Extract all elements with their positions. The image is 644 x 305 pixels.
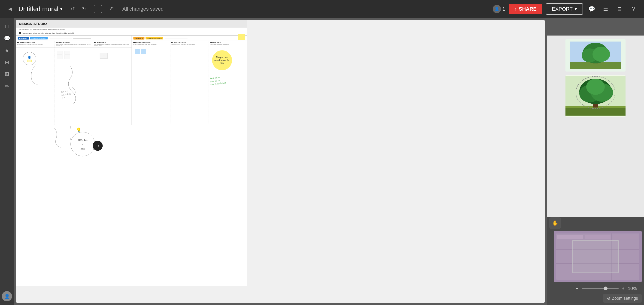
sticky-blue-1 [135, 49, 140, 54]
phase2-desc-r2: Sketch the idea or prototype in the spac… [172, 44, 208, 45]
list-button[interactable]: ⊟ [614, 4, 624, 14]
round2-badge: ROUND 2 [133, 37, 144, 39]
jim-eli-sue-circle: Jim, Eli/Sue [70, 132, 95, 156]
sidebar-item-templates[interactable]: ⊞ [2, 57, 12, 68]
comments-icon: 💬 [4, 35, 10, 41]
zoom-minus-button[interactable]: − [574, 286, 580, 291]
right-panel-images [547, 35, 644, 217]
left-sidebar: □ 💬 ★ ⊞ 🖼 ✏ 👤 [0, 18, 14, 305]
main-canvas[interactable]: DESIGN STUDIO Use this space: you want t… [14, 18, 644, 305]
zoom-slider-thumb[interactable] [604, 287, 608, 290]
export-label: EXPORT [552, 6, 572, 12]
minimap-svg [554, 231, 642, 282]
export-chevron-icon: ▾ [574, 6, 577, 12]
svg-point-13 [586, 79, 605, 95]
r1-sketch-area[interactable]: can weget a dealit ✓ [55, 47, 93, 125]
share-button[interactable]: ↑ SHARE [509, 4, 542, 14]
chat-button[interactable]: 💬 [587, 4, 597, 14]
user-profile-avatar[interactable]: 👤 [2, 291, 12, 301]
minimap[interactable] [554, 231, 642, 282]
r2-brainstorm-area[interactable] [132, 46, 170, 123]
help-button[interactable]: ? [628, 4, 638, 14]
sidebar-item-pages[interactable]: □ [2, 21, 12, 32]
favorites-icon: ★ [4, 47, 9, 53]
r2-highlights-area[interactable]: Megan, we need tasks for this! Next: off… [209, 46, 247, 123]
right-panel-bottom: ✋ [547, 217, 644, 305]
ds-header: DESIGN STUDIO [16, 20, 247, 27]
handwrite-r1: can weget a dealit ✓ [61, 89, 72, 100]
timer-icon: ⏱ [110, 6, 114, 11]
sidebar-item-pen[interactable]: ✏ [2, 81, 12, 92]
outline-button[interactable]: ☰ [600, 4, 611, 14]
templates-icon: ⊞ [5, 59, 9, 65]
ds-intro: Use this space: you want to understand a… [16, 27, 247, 31]
user-count-area: 👤 1 [493, 5, 505, 13]
sidebar-item-favorites[interactable]: ★ [2, 45, 12, 56]
frame-button[interactable] [93, 4, 103, 14]
sidebar-item-images[interactable]: 🖼 [2, 69, 12, 80]
mural-title: Untitled mural [18, 5, 58, 13]
phase3-desc-r1: The facilitator should look at the highl… [94, 44, 130, 46]
pages-icon: □ [5, 23, 8, 29]
tree-image-2 [566, 75, 626, 117]
save-status: All changes saved [122, 6, 164, 12]
round1-notes [49, 37, 130, 39]
chat-icon: 💬 [588, 6, 595, 12]
zoom-controls: − + 10% [574, 286, 640, 291]
phase3-desc-r2: The facilitator should look at highlight… [210, 44, 246, 45]
timer-button[interactable]: ⏱ [107, 4, 117, 14]
pan-hand-button[interactable]: ✋ [549, 217, 561, 229]
phase2-desc-r1: Sketch the idea or prototype so idea is … [56, 44, 92, 46]
pen-icon: ✏ [5, 83, 9, 89]
svg-rect-23 [613, 235, 638, 239]
round1-badge: ROUND 1 [18, 37, 29, 39]
outline-icon: ☰ [603, 6, 608, 12]
svg-rect-24 [572, 240, 618, 273]
phase2-title-r1: 2 SKETCH (5 mins) [56, 42, 92, 43]
bottom-drawing-area[interactable]: Jim, Eli/Sue 💡 → [16, 125, 247, 170]
back-button[interactable]: ◀ [6, 4, 15, 13]
undo-icon: ↺ [71, 6, 75, 12]
user-avatar-icon[interactable]: 👤 [493, 5, 501, 13]
svg-rect-22 [585, 235, 610, 239]
tree-svg-2 [566, 76, 626, 116]
handwriting-arrow-r1 [27, 63, 45, 85]
instruction-badge: 1 [19, 32, 21, 34]
undo-redo-group: ↺ ↻ [68, 4, 89, 14]
tree-image-1 [566, 39, 626, 71]
phase1-desc-r1: As you brainstorm write down the ideas t… [17, 44, 54, 45]
round2-challenge-badge: Challenge Statement 2 [146, 37, 163, 39]
mural-title-area[interactable]: Untitled mural ▾ [18, 5, 62, 13]
redo-button[interactable]: ↻ [79, 4, 89, 14]
title-chevron-icon: ▾ [60, 6, 62, 11]
r2-sketch-area[interactable] [170, 46, 209, 123]
share-label: SHARE [519, 6, 536, 12]
zoom-settings-label: Zoom settings [612, 296, 638, 301]
undo-button[interactable]: ↺ [68, 4, 78, 14]
navigate-arrow-button[interactable]: → [93, 141, 102, 151]
export-button[interactable]: EXPORT ▾ [546, 3, 583, 15]
lightbulb-icon: 💡 [76, 128, 82, 133]
toolbar-right: 👤 1 ↑ SHARE EXPORT ▾ 💬 ☰ ⊟ ? [493, 3, 638, 15]
zoom-percent-label: 10% [628, 286, 640, 291]
user-count-label: 1 [502, 6, 505, 12]
svg-rect-21 [558, 235, 583, 239]
round2-notes [164, 37, 246, 39]
svg-point-5 [592, 47, 610, 62]
ds-instruction: 1 Have everyone take a role in the table… [16, 31, 247, 35]
zoom-plus-button[interactable]: + [620, 286, 626, 291]
sticky-blue-2 [141, 49, 146, 54]
mural-board[interactable]: DESIGN STUDIO Use this space: you want t… [16, 20, 247, 286]
back-icon: ◀ [8, 6, 12, 12]
gear-icon: ⚙ [607, 296, 610, 301]
sidebar-item-comments[interactable]: 💬 [2, 33, 12, 44]
phase3-title-r1: 3 HIGHLIGHTS [94, 42, 130, 43]
help-icon: ? [632, 6, 635, 12]
zoom-settings-button[interactable]: ⚙ Zoom settings [603, 294, 642, 303]
zoom-slider-track[interactable] [582, 288, 618, 289]
phase3-title-r2: 3 HIGHLIGHTS [210, 42, 246, 43]
megan-callout: Megan, we need tasks for this! [212, 50, 232, 70]
phase1-title-r2: 1 BRAINSTORM (2 mins) [133, 42, 169, 43]
r1-brainstorm-area[interactable]: 👤 [16, 47, 55, 125]
r1-highlights-area[interactable]: ═══ [93, 47, 132, 125]
